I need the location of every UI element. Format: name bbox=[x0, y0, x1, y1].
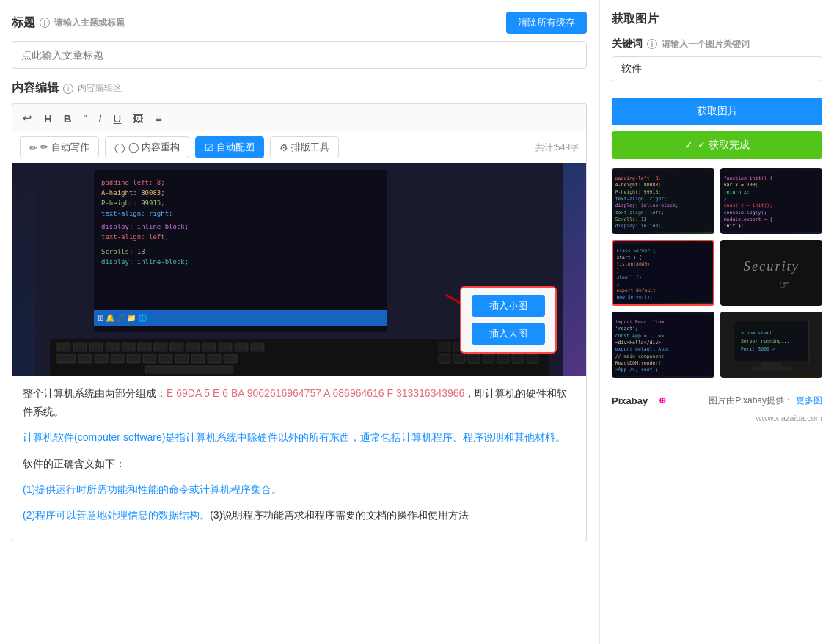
svg-text:display: inline;: display: inline; bbox=[615, 223, 662, 229]
svg-text:return x;: return x; bbox=[723, 189, 749, 195]
clear-cache-button[interactable]: 清除所有缓存 bbox=[506, 12, 587, 34]
svg-rect-47 bbox=[468, 354, 480, 363]
svg-text:A-height: 80083;: A-height: 80083; bbox=[101, 189, 165, 197]
software-link[interactable]: 计算机软件(computer software)是指计算机系统中除硬件以外的所有… bbox=[23, 431, 566, 443]
svg-text:}: } bbox=[617, 281, 620, 287]
image-icon[interactable]: 🖼 bbox=[130, 111, 147, 126]
svg-text:Pixabay: Pixabay bbox=[612, 395, 648, 406]
more-images-link[interactable]: 更多图 bbox=[796, 395, 822, 407]
svg-text:☞: ☞ bbox=[778, 279, 789, 290]
check-icon: ✓ bbox=[684, 139, 693, 151]
content-editor-label: 内容编辑 bbox=[12, 81, 59, 96]
image-cell-3-selected[interactable]: class Server { start() { listen(8080) } … bbox=[612, 240, 714, 306]
editor-text-content: 整个计算机系统由两部分组成：E 69DA 5 E 6 BA 9062616964… bbox=[12, 376, 586, 541]
article-title-input[interactable] bbox=[12, 41, 587, 69]
svg-text:⊞ 🔔 🎵 📁 🌐: ⊞ 🔔 🎵 📁 🌐 bbox=[98, 313, 147, 323]
svg-rect-35 bbox=[208, 354, 221, 363]
svg-text:Server running...: Server running... bbox=[740, 338, 789, 344]
svg-rect-37 bbox=[145, 366, 233, 373]
pixabay-logo-svg: Pixabay bbox=[612, 393, 656, 408]
svg-rect-51 bbox=[527, 354, 538, 363]
svg-text:var x = 100;: var x = 100; bbox=[723, 182, 758, 188]
svg-text:import React from: import React from bbox=[615, 319, 665, 325]
editor-area[interactable]: padding-left: 8; A-height: 80083; P-heig… bbox=[12, 163, 587, 541]
svg-text:<App />, root);: <App />, root); bbox=[615, 367, 659, 373]
svg-text:text-align: left;: text-align: left; bbox=[615, 210, 665, 216]
svg-text:P-height: 99915;: P-height: 99915; bbox=[615, 189, 662, 195]
svg-text:ReactDOM.render(: ReactDOM.render( bbox=[615, 360, 662, 366]
svg-rect-31 bbox=[143, 354, 156, 363]
svg-text:class Server {: class Server { bbox=[617, 248, 656, 254]
svg-rect-50 bbox=[512, 354, 524, 363]
svg-text:start() {: start() { bbox=[617, 255, 642, 260]
keyword-section: 关键词 i 请输入一个图片关键词 bbox=[612, 37, 822, 89]
restructure-button[interactable]: ◯ ◯ 内容重构 bbox=[105, 136, 190, 158]
svg-text:display: inline-block;: display: inline-block; bbox=[101, 258, 189, 266]
image-cell-security[interactable]: Security ☞ bbox=[720, 240, 823, 306]
svg-rect-30 bbox=[127, 354, 140, 363]
align-icon[interactable]: ≡ bbox=[153, 111, 165, 126]
svg-text:stop() {}: stop() {} bbox=[617, 274, 642, 280]
svg-rect-23 bbox=[219, 343, 232, 351]
svg-rect-22 bbox=[202, 343, 216, 351]
image-cell-6[interactable]: > npm start Server running... Port: 3000… bbox=[720, 312, 823, 378]
action-buttons: ✏ ✏ 自动写作 ◯ ◯ 内容重构 ☑ 自动配图 ⚙ 排版工具 bbox=[20, 136, 339, 158]
svg-rect-33 bbox=[175, 354, 189, 363]
keyword-label-row: 关键词 i 请输入一个图片关键词 bbox=[612, 37, 822, 51]
fetch-images-button[interactable]: 获取图片 bbox=[612, 98, 822, 125]
svg-rect-24 bbox=[235, 343, 248, 351]
undo-icon[interactable]: ↩ bbox=[20, 110, 35, 126]
insert-large-button[interactable]: 插入大图 bbox=[472, 323, 545, 345]
svg-text:Scrolls: 13: Scrolls: 13 bbox=[101, 248, 145, 255]
quote-icon[interactable]: " bbox=[81, 111, 90, 125]
svg-rect-29 bbox=[111, 354, 124, 363]
auto-image-button[interactable]: ☑ 自动配图 bbox=[195, 136, 264, 158]
image-cell-1[interactable]: padding-left: 8; A-height: 80083; P-heig… bbox=[612, 168, 714, 234]
svg-rect-26 bbox=[57, 354, 76, 363]
left-panel: 标题 i 请输入主题或标题 清除所有缓存 内容编辑 i 内容编辑区 ↩ H B … bbox=[0, 0, 599, 644]
keyword-hint: 请输入一个图片关键词 bbox=[662, 38, 750, 51]
keyword-info-icon: i bbox=[647, 39, 657, 49]
editor-para-3: 软件的正确含义如下： bbox=[23, 455, 576, 473]
svg-rect-32 bbox=[159, 354, 172, 363]
svg-rect-15 bbox=[89, 343, 103, 351]
underline-icon[interactable]: U bbox=[110, 111, 124, 126]
word-count: 共计:549字 bbox=[535, 142, 579, 154]
bold-icon[interactable]: B bbox=[61, 111, 75, 126]
editor-para-1: 整个计算机系统由两部分组成：E 69DA 5 E 6 BA 9062616964… bbox=[23, 384, 576, 421]
image-cell-2[interactable]: function init() { var x = 100; return x;… bbox=[720, 168, 823, 234]
svg-rect-16 bbox=[106, 343, 119, 351]
svg-text:new Server();: new Server(); bbox=[617, 294, 653, 299]
italic-icon[interactable]: I bbox=[95, 111, 104, 126]
svg-text:text-align: right;: text-align: right; bbox=[101, 210, 173, 217]
content-editor-hint: 内容编辑区 bbox=[78, 82, 122, 95]
svg-rect-14 bbox=[73, 343, 87, 351]
svg-text:P-height: 99915;: P-height: 99915; bbox=[101, 200, 165, 207]
svg-text:'react';: 'react'; bbox=[615, 326, 638, 332]
svg-rect-48 bbox=[483, 354, 494, 363]
svg-text:export default App;: export default App; bbox=[615, 346, 670, 352]
svg-text:<div>Hello</div>: <div>Hello</div> bbox=[615, 340, 662, 345]
svg-text:const y = init();: const y = init(); bbox=[723, 202, 772, 208]
svg-text:init };: init }; bbox=[723, 223, 743, 229]
insert-small-button[interactable]: 插入小图 bbox=[472, 295, 545, 317]
title-info-icon: i bbox=[40, 18, 50, 28]
svg-rect-13 bbox=[57, 343, 70, 351]
auto-write-button[interactable]: ✏ ✏ 自动写作 bbox=[20, 136, 99, 158]
editor-para-5: (2)程序可以善意地处理信息的数据结构。(3)说明程序功能需求和程序需要的文档的… bbox=[23, 506, 576, 524]
svg-rect-18 bbox=[138, 343, 151, 351]
svg-text:// main component: // main component bbox=[615, 354, 665, 359]
pixabay-source: 图片由Pixabay提供： 更多图 bbox=[709, 395, 822, 407]
fetch-done-button[interactable]: ✓ ✓ 获取完成 bbox=[612, 131, 822, 159]
image-cell-5[interactable]: import React from 'react'; const App = (… bbox=[612, 312, 714, 378]
svg-text:Scrolls: 13: Scrolls: 13 bbox=[615, 216, 647, 222]
svg-rect-45 bbox=[439, 354, 450, 363]
image-insert-popup: 插入小图 插入大图 bbox=[460, 286, 557, 354]
heading-icon[interactable]: H bbox=[41, 111, 55, 126]
watermark: www.xiazaiba.com bbox=[612, 414, 822, 422]
keyword-input[interactable] bbox=[612, 56, 822, 81]
layout-tool-button[interactable]: ⚙ 排版工具 bbox=[270, 136, 339, 158]
svg-rect-25 bbox=[251, 343, 264, 351]
auto-image-icon: ☑ bbox=[205, 142, 213, 153]
svg-text:}: } bbox=[723, 196, 726, 202]
